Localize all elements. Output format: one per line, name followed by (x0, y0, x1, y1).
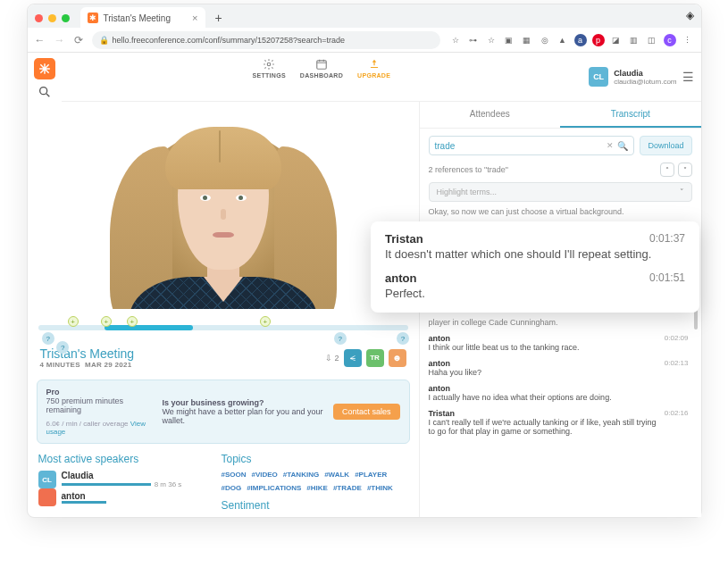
transcript-entry[interactable]: Tristan I can't really tell if we're act… (429, 409, 692, 436)
translate-icon[interactable]: ☆ (449, 34, 462, 46)
speaker-name: Claudia (62, 471, 211, 480)
transcript-entry[interactable]: anton Haha you like? 0:02:13 (429, 359, 692, 377)
timeline-tooltip-icon[interactable]: ? (334, 332, 347, 345)
timeline-marker[interactable]: + (127, 316, 138, 327)
clear-search-icon[interactable]: ✕ (607, 141, 614, 150)
back-button[interactable]: ← (35, 34, 46, 46)
dashboard-nav[interactable]: DASHBOARD (300, 58, 343, 96)
zoom-window-icon[interactable] (62, 14, 70, 22)
chrome-menu-icon[interactable]: ⋮ (682, 34, 694, 46)
topic-tag[interactable]: #PLAYER (355, 471, 387, 479)
topic-tag[interactable]: #THINK (367, 484, 393, 492)
ext6-icon[interactable]: ▥ (628, 34, 640, 46)
tr-badge[interactable]: TR (366, 349, 384, 367)
popup-text: It doesn't matter which one should I'll … (385, 247, 685, 263)
star-icon[interactable]: ☆ (485, 34, 498, 46)
share-button[interactable]: ⪪ (344, 349, 362, 367)
reload-button[interactable]: ⟳ (74, 34, 83, 46)
timeline[interactable]: + + + + ? ? ? ? (28, 309, 419, 341)
upgrade-nav[interactable]: UPGRADE (357, 58, 390, 96)
highlight-placeholder: Highlight terms... (437, 188, 498, 196)
address-bar[interactable]: 🔒 hello.freeconference.com/conf/summary/… (92, 31, 440, 49)
transcript-time: 0:02:09 (665, 334, 689, 352)
tab-attendees[interactable]: Attendees (420, 102, 561, 128)
svg-rect-2 (317, 61, 327, 69)
search-icon[interactable] (38, 85, 52, 102)
download-icon: ⇩ (325, 354, 332, 363)
chevron-down-icon: ˅ (680, 188, 684, 196)
transcript-search-input[interactable]: trade ✕ 🔍 (429, 136, 635, 155)
search-value: trade (435, 141, 456, 151)
prev-ref-button[interactable]: ˄ (660, 163, 674, 177)
highlight-terms-select[interactable]: Highlight terms... ˅ (429, 182, 692, 202)
ext3-icon[interactable]: ◎ (539, 34, 551, 46)
promo-sub: We might have a better plan for you and … (163, 407, 323, 425)
upgrade-label: UPGRADE (357, 72, 390, 79)
topic-tag[interactable]: #TANKING (283, 471, 319, 479)
browser-tab[interactable]: ✱ Tristan's Meeting × (80, 7, 205, 29)
settings-nav[interactable]: SETTINGS (252, 58, 285, 96)
share-icon: ⪪ (348, 353, 357, 363)
app-topbar: SETTINGS DASHBOARD UPGRADE CL Claudia cl… (28, 53, 701, 102)
timeline-marker[interactable]: + (260, 316, 271, 327)
ext2-icon[interactable]: ▦ (521, 34, 533, 46)
search-icon[interactable]: 🔍 (617, 141, 628, 151)
key-icon[interactable]: ⊶ (467, 34, 480, 46)
popup-text: Perfect. (385, 287, 685, 302)
chrome-bar: ✱ Tristan's Meeting × + ◈ ← → ⟳ 🔒 hello.… (28, 4, 701, 53)
ext7-icon[interactable]: ◫ (646, 34, 658, 46)
download-count[interactable]: ⇩2 (325, 354, 339, 363)
transcript-speaker: Tristan (429, 409, 659, 418)
minimize-window-icon[interactable] (48, 14, 56, 22)
transcript-entry[interactable]: anton I think our little beat us to the … (429, 334, 692, 352)
transcript-entry[interactable]: Okay, so now we can just choose a virtua… (429, 207, 692, 216)
topic-tag[interactable]: #HIKE (306, 484, 328, 492)
timeline-marker[interactable]: + (68, 316, 79, 327)
ext-a-icon[interactable]: a (574, 34, 587, 46)
settings-label: SETTINGS (252, 72, 285, 79)
timeline-marker[interactable]: + (101, 316, 112, 327)
url-text: hello.freeconference.com/conf/summary/15… (113, 36, 345, 45)
ext5-icon[interactable]: ◪ (610, 34, 623, 46)
tab-transcript[interactable]: Transcript (560, 102, 701, 128)
user-info: Claudia claudia@iotum.com (614, 69, 676, 86)
transcript-text: I think our little beat us to the tankin… (429, 343, 659, 352)
ext-c-icon[interactable]: c (664, 34, 676, 46)
topic-tag[interactable]: #WALK (324, 471, 349, 479)
window-controls[interactable] (35, 14, 70, 22)
left-pane: + + + + ? ? ? ? Tristan's Meeting 4 MINU… (28, 102, 419, 517)
transcript-entry[interactable]: anton I actually have no idea what their… (429, 384, 692, 402)
user-name: Claudia (614, 69, 676, 78)
user-avatar[interactable]: CL (589, 67, 608, 87)
topic-tag[interactable]: #VIDEO (251, 471, 277, 479)
speaker-row[interactable]: CL Claudia 8 m 36 s (38, 471, 211, 488)
topic-tag[interactable]: #SOON (221, 471, 246, 479)
timeline-tooltip-icon[interactable]: ? (397, 332, 409, 345)
transcript-entry[interactable]: player in college Cade Cunningham. (429, 318, 692, 327)
download-transcript-button[interactable]: Download (640, 136, 691, 155)
speaker-row[interactable]: anton (38, 488, 211, 506)
new-tab-button[interactable]: + (211, 11, 227, 25)
transcript-text: Haha you like? (429, 368, 659, 377)
ext4-icon[interactable]: ▲ (556, 34, 569, 46)
next-ref-button[interactable]: ˅ (678, 163, 692, 177)
menu-icon[interactable]: ☰ (682, 70, 694, 84)
forward-button[interactable]: → (54, 34, 65, 46)
topic-tag[interactable]: #DOG (221, 484, 241, 492)
close-window-icon[interactable] (35, 14, 43, 22)
avatar-badge[interactable]: ☻ (389, 349, 406, 367)
ext1-icon[interactable]: ▣ (503, 34, 515, 46)
close-tab-icon[interactable]: × (192, 13, 197, 23)
timeline-tooltip-icon[interactable]: ? (42, 332, 54, 345)
tab-title: Tristan's Meeting (104, 13, 171, 23)
speakers-heading: Most active speakers (38, 453, 211, 465)
topic-tag[interactable]: #TRADE (333, 484, 362, 492)
topic-tag[interactable]: #IMPLICATIONS (247, 484, 301, 492)
app-logo-icon[interactable] (34, 58, 55, 79)
video-thumbnail[interactable] (28, 102, 419, 309)
ext-p-icon[interactable]: p (592, 34, 605, 46)
speaker-avatar (38, 488, 56, 506)
tab-favicon-icon: ✱ (88, 13, 98, 23)
contact-sales-button[interactable]: Contact sales (333, 404, 400, 420)
popup-speaker: Tristan (385, 232, 423, 246)
